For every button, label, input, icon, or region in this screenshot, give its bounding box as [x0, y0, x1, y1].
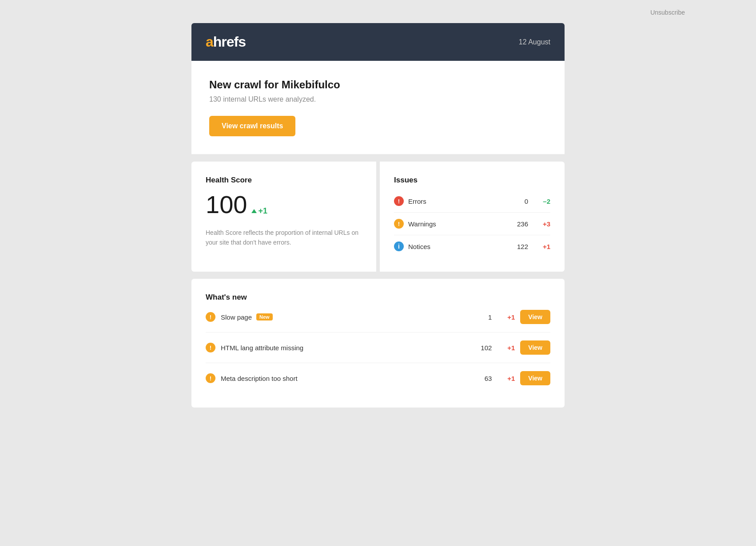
notices-count: 122 [510, 243, 528, 250]
logo: a hrefs [206, 34, 246, 50]
issue-row-notices: i Notices 122 +1 [394, 235, 550, 257]
health-score-value-row: 100 +1 [206, 190, 362, 219]
meta-desc-change: +1 [497, 375, 515, 382]
slow-page-change: +1 [497, 313, 515, 321]
warnings-count: 236 [510, 220, 528, 228]
notice-icon: i [394, 241, 404, 251]
error-icon: ! [394, 196, 404, 206]
errors-label: Errors [408, 198, 506, 205]
issue-row-errors: ! Errors 0 –2 [394, 190, 550, 213]
email-header: a hrefs 12 August [191, 23, 565, 61]
email-container: a hrefs 12 August New crawl for Mikebifu… [191, 23, 565, 408]
issues-card: Issues ! Errors 0 –2 ! Warnings 236 +3 [380, 162, 565, 272]
logo-a: a [206, 34, 213, 50]
notices-change: +1 [533, 243, 550, 250]
errors-change: –2 [533, 198, 550, 205]
arrow-up-icon [251, 209, 257, 213]
health-score-change-value: +1 [258, 206, 267, 216]
new-issue-row-slow-page: ! Slow page New 1 +1 View [206, 302, 550, 332]
crawl-card: New crawl for Mikebifulco 130 internal U… [191, 61, 565, 154]
unsubscribe-link[interactable]: Unsubscribe [650, 9, 685, 16]
new-issue-row-html-lang: ! HTML lang attribute missing 102 +1 Vie… [206, 332, 550, 363]
whats-new-card: What's new ! Slow page New 1 +1 View ! H… [191, 279, 565, 408]
errors-count: 0 [510, 198, 528, 205]
html-lang-label: HTML lang attribute missing [221, 344, 469, 352]
meta-desc-count: 63 [474, 375, 492, 382]
slow-page-label: Slow page New [221, 313, 469, 321]
new-issue-row-meta-desc: ! Meta description too short 63 +1 View [206, 363, 550, 393]
header-date: 12 August [519, 38, 550, 46]
health-score-description: Health Score reflects the proportion of … [206, 228, 362, 248]
health-score-change: +1 [251, 206, 267, 216]
health-score-card: Health Score 100 +1 Health Score reflect… [191, 162, 376, 272]
meta-desc-view-button[interactable]: View [520, 371, 550, 385]
warnings-label: Warnings [408, 220, 506, 228]
meta-desc-label: Meta description too short [221, 375, 469, 382]
notices-label: Notices [408, 243, 506, 250]
issues-title: Issues [394, 176, 550, 185]
crawl-subtitle: 130 internal URLs were analyzed. [209, 95, 547, 103]
view-crawl-results-button[interactable]: View crawl results [209, 116, 295, 136]
html-lang-text: HTML lang attribute missing [221, 344, 303, 352]
meta-desc-text: Meta description too short [221, 375, 298, 382]
warning-icon: ! [394, 219, 404, 229]
meta-desc-warning-icon: ! [206, 373, 215, 383]
html-lang-view-button[interactable]: View [520, 340, 550, 355]
html-lang-change: +1 [497, 344, 515, 352]
new-badge: New [256, 313, 273, 320]
health-score-number: 100 [206, 190, 247, 219]
page-wrapper: Unsubscribe a hrefs 12 August New crawl … [9, 9, 747, 408]
two-col-row: Health Score 100 +1 Health Score reflect… [191, 162, 565, 272]
slow-page-warning-icon: ! [206, 312, 215, 322]
logo-hrefs: hrefs [213, 34, 246, 50]
issue-row-warnings: ! Warnings 236 +3 [394, 213, 550, 235]
html-lang-count: 102 [474, 344, 492, 352]
warnings-change: +3 [533, 220, 550, 228]
whats-new-title: What's new [206, 293, 550, 302]
slow-page-view-button[interactable]: View [520, 310, 550, 324]
slow-page-count: 1 [474, 313, 492, 321]
health-score-title: Health Score [206, 176, 362, 185]
html-lang-warning-icon: ! [206, 343, 215, 352]
slow-page-text: Slow page [221, 313, 252, 321]
unsubscribe-row: Unsubscribe [9, 9, 747, 16]
crawl-title: New crawl for Mikebifulco [209, 79, 547, 91]
